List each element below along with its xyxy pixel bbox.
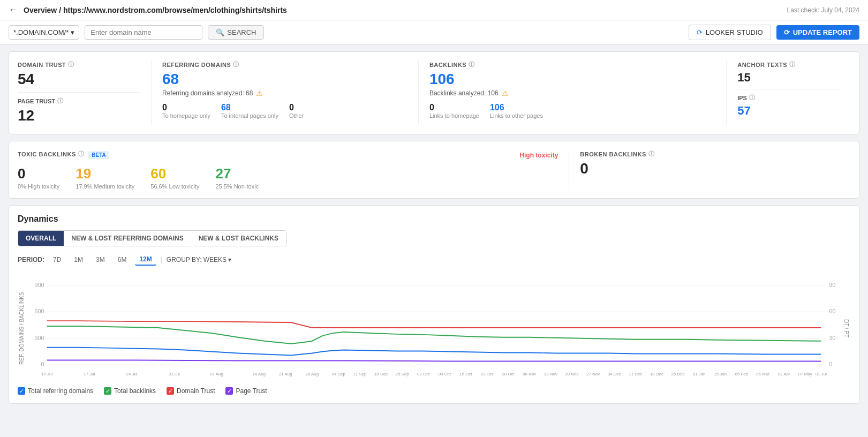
broken-value: 0 xyxy=(580,160,850,177)
domain-trust-section: DOMAIN TRUST ⓘ 54 PAGE TRUST ⓘ 12 xyxy=(18,61,152,125)
legend-backlinks-icon: ✓ xyxy=(104,387,111,395)
breadcrumb: Overview / https://www.nordstrom.com/bro… xyxy=(24,6,287,14)
svg-text:11 Sep: 11 Sep xyxy=(353,372,367,376)
toxic-nontoxic: 27 25.5% Non-toxic xyxy=(215,165,259,190)
anchor-info-icon[interactable]: ⓘ xyxy=(789,61,796,69)
svg-text:06 Nov: 06 Nov xyxy=(523,372,536,376)
referring-breakdown: 0 To homepage only 68 To internal pages … xyxy=(162,103,407,119)
legend-page-trust-icon: ✓ xyxy=(225,387,233,395)
period-6m[interactable]: 6M xyxy=(114,254,131,265)
svg-text:02 Apr: 02 Apr xyxy=(778,372,790,376)
legend-referring-icon: ✓ xyxy=(18,387,25,395)
tab-overall[interactable]: OVERALL xyxy=(18,231,64,246)
main-content: DOMAIN TRUST ⓘ 54 PAGE TRUST ⓘ 12 REFERR… xyxy=(0,45,868,410)
svg-text:07 May: 07 May xyxy=(798,372,812,376)
search-icon: 🔍 xyxy=(216,28,224,36)
links-homepage-item: 0 Links to homepage xyxy=(429,103,479,119)
legend-domain-trust-icon: ✓ xyxy=(167,387,174,395)
tab-new-lost-referring[interactable]: NEW & LOST REFERRING DOMAINS xyxy=(64,231,191,246)
to-internal-item: 68 To internal pages only xyxy=(221,103,278,119)
high-toxicity-badge: High toxicity xyxy=(519,152,558,159)
anchor-texts-label: ANCHOR TEXTS ⓘ xyxy=(737,61,840,69)
period-12m[interactable]: 12M xyxy=(135,254,156,266)
domain-selector[interactable]: *.DOMAIN.COM/* ▾ xyxy=(9,25,79,40)
backlinks-label: BACKLINKS ⓘ xyxy=(429,61,715,69)
domain-input[interactable] xyxy=(85,25,202,40)
broken-info-icon[interactable]: ⓘ xyxy=(648,150,655,158)
svg-text:0: 0 xyxy=(829,361,832,367)
stats-row: DOMAIN TRUST ⓘ 54 PAGE TRUST ⓘ 12 REFERR… xyxy=(9,51,859,134)
ips-label: IPS ⓘ xyxy=(737,94,840,102)
svg-text:11 Dec: 11 Dec xyxy=(629,372,642,376)
svg-text:16 Oct: 16 Oct xyxy=(459,372,472,376)
links-other-item: 106 Links to other pages xyxy=(490,103,543,119)
warning-icon: ⚠ xyxy=(256,89,263,97)
svg-text:09 Oct: 09 Oct xyxy=(439,372,451,376)
svg-text:28 Aug: 28 Aug xyxy=(305,372,319,376)
looker-studio-button[interactable]: ⟳ LOOKER STUDIO xyxy=(689,25,771,40)
y-axis-left-label: REF. DOMAINS / BACKLINKS xyxy=(18,274,26,383)
group-chevron-icon: ▾ xyxy=(228,256,231,263)
svg-text:07 Aug: 07 Aug xyxy=(210,372,223,376)
period-7d[interactable]: 7D xyxy=(49,254,65,265)
svg-text:21 Aug: 21 Aug xyxy=(279,372,292,376)
svg-text:18 Dec: 18 Dec xyxy=(650,372,663,376)
svg-text:04 Sep: 04 Sep xyxy=(332,372,346,376)
backlinks-analyzed: Backlinks analyzed: 106 ⚠ xyxy=(429,89,715,97)
toxic-info-icon[interactable]: ⓘ xyxy=(78,150,85,158)
period-row: PERIOD: 7D 1M 3M 6M 12M | GROUP BY: WEEK… xyxy=(18,254,850,266)
svg-text:900: 900 xyxy=(35,282,44,288)
toxic-medium: 19 17.9% Medium toxicity xyxy=(76,165,134,190)
domain-trust-info-icon[interactable]: ⓘ xyxy=(68,61,74,69)
period-1m[interactable]: 1M xyxy=(70,254,87,265)
dynamics-title: Dynamics xyxy=(18,214,850,224)
anchor-texts-value: 15 xyxy=(737,71,840,85)
backlinks-section: BACKLINKS ⓘ 106 Backlinks analyzed: 106 … xyxy=(419,61,727,125)
chart-legend: ✓ Total referring domains ✓ Total backli… xyxy=(18,387,850,395)
legend-backlinks: ✓ Total backlinks xyxy=(104,387,156,395)
svg-text:02 Oct: 02 Oct xyxy=(417,372,430,376)
backlinks-info-icon[interactable]: ⓘ xyxy=(469,61,475,69)
page-trust-value: 12 xyxy=(18,107,140,124)
toolbar-actions: ⟳ LOOKER STUDIO ⟳ UPDATE REPORT xyxy=(689,25,859,40)
y-axis-right-label: DT / PT xyxy=(842,274,850,383)
svg-text:25 Sep: 25 Sep xyxy=(396,372,410,376)
referring-domains-section: REFERRING DOMAINS ⓘ 68 Referring domains… xyxy=(152,61,419,125)
toxic-label: TOXIC BACKLINKS ⓘ xyxy=(18,150,84,158)
broken-label: BROKEN BACKLINKS ⓘ xyxy=(580,150,850,158)
svg-text:90: 90 xyxy=(829,282,835,288)
svg-text:30: 30 xyxy=(829,335,835,341)
update-report-button[interactable]: ⟳ UPDATE REPORT xyxy=(776,25,859,40)
toxic-low: 60 56.6% Low toxicity xyxy=(150,165,199,190)
domain-trust-value: 54 xyxy=(18,71,140,88)
search-button[interactable]: 🔍 SEARCH xyxy=(208,25,264,40)
svg-text:05 Mar: 05 Mar xyxy=(756,372,769,376)
toxic-section: TOXIC BACKLINKS ⓘ BETA High toxicity 0 0… xyxy=(18,150,569,190)
svg-text:25 Dec: 25 Dec xyxy=(671,372,684,376)
svg-text:04 Dec: 04 Dec xyxy=(608,372,621,376)
referring-analyzed: Referring domains analyzed: 68 ⚠ xyxy=(162,89,407,97)
beta-badge: BETA xyxy=(88,151,109,159)
toxic-broken-row: TOXIC BACKLINKS ⓘ BETA High toxicity 0 0… xyxy=(9,141,859,199)
period-3m[interactable]: 3M xyxy=(92,254,109,265)
ips-info-icon[interactable]: ⓘ xyxy=(749,94,755,102)
domain-trust-label: DOMAIN TRUST ⓘ xyxy=(18,61,140,69)
top-bar-left: ← Overview / https://www.nordstrom.com/b… xyxy=(9,4,287,16)
svg-text:05 Feb: 05 Feb xyxy=(735,372,749,376)
svg-text:15 Jan: 15 Jan xyxy=(714,372,727,376)
other-item: 0 Other xyxy=(289,103,304,119)
svg-text:01 Jan: 01 Jan xyxy=(693,372,706,376)
group-by-selector[interactable]: GROUP BY: WEEKS ▾ xyxy=(167,256,231,263)
tab-new-lost-backlinks[interactable]: NEW & LOST BACKLINKS xyxy=(191,231,286,246)
toxic-values: 0 0% High toxicity 19 17.9% Medium toxic… xyxy=(18,165,558,190)
page-trust-info-icon[interactable]: ⓘ xyxy=(57,97,63,105)
chart-wrapper: REF. DOMAINS / BACKLINKS 900 600 300 0 9… xyxy=(18,274,850,383)
toxic-header: TOXIC BACKLINKS ⓘ BETA High toxicity xyxy=(18,150,558,160)
svg-text:27 Nov: 27 Nov xyxy=(586,372,600,376)
broken-section: BROKEN BACKLINKS ⓘ 0 xyxy=(569,150,850,190)
svg-text:20 Nov: 20 Nov xyxy=(565,372,578,376)
backlinks-value: 106 xyxy=(429,71,715,88)
back-button[interactable]: ← xyxy=(9,4,18,16)
backlinks-warning-icon: ⚠ xyxy=(502,89,509,97)
referring-domains-info-icon[interactable]: ⓘ xyxy=(233,61,239,69)
